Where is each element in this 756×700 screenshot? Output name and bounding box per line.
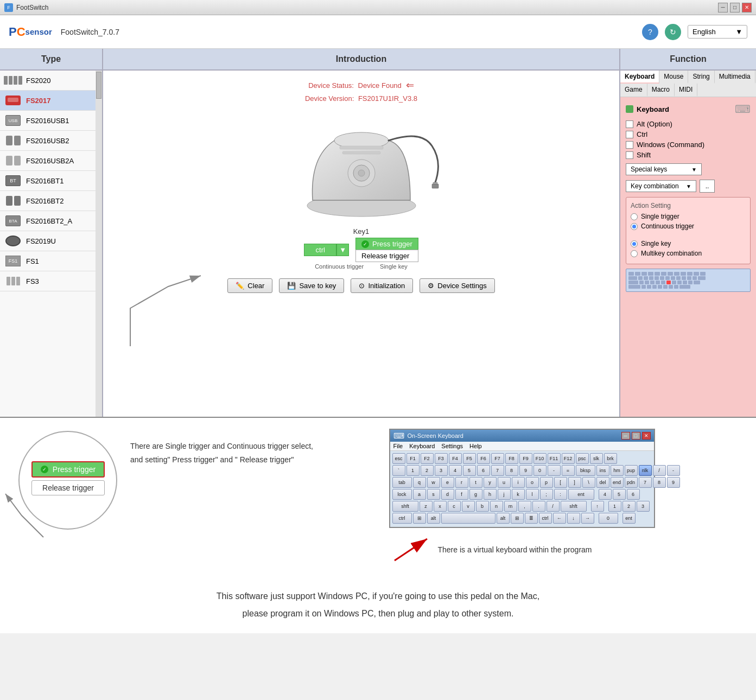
single-trigger-radio[interactable] [631,213,638,220]
osk-key-win2[interactable]: ⊞ [511,513,524,524]
osk-key-num6[interactable]: 6 [627,489,640,500]
osk-key-esc[interactable]: esc [392,453,405,464]
osk-key-9[interactable]: 9 [519,465,532,476]
initialization-button[interactable]: ⊙ Initialization [351,278,413,293]
osk-key-comma[interactable]: , [518,501,531,512]
osk-key-f10[interactable]: F10 [533,453,547,464]
sidebar-item-fs2019u[interactable]: FS2019U [0,231,102,251]
continuous-trigger-radio[interactable] [631,223,638,230]
osk-key-f[interactable]: f [455,489,468,500]
osk-key-t[interactable]: t [469,477,482,488]
tab-game[interactable]: Game [620,84,647,97]
osk-key-numminus[interactable]: - [667,465,680,476]
osk-key-num9[interactable]: 9 [667,477,680,488]
osk-key-f8[interactable]: F8 [505,453,518,464]
osk-maximize-button[interactable]: □ [632,432,640,440]
tab-keyboard[interactable]: Keyboard [620,71,659,84]
osk-key-v[interactable]: v [462,501,475,512]
osk-key-0[interactable]: 0 [533,465,547,476]
osk-key-ins[interactable]: ins [596,465,609,476]
sidebar-scrollbar[interactable] [96,71,102,417]
osk-key-quote[interactable]: : [554,489,567,500]
maximize-button[interactable]: □ [730,3,740,12]
osk-key-l[interactable]: l [526,489,539,500]
osk-key-h[interactable]: h [484,489,497,500]
sidebar-item-fs1[interactable]: FS1 FS1 [0,251,102,271]
osk-key-d[interactable]: d [441,489,454,500]
osk-key-num1[interactable]: 1 [608,501,621,512]
osk-key-e[interactable]: e [441,477,454,488]
shift-checkbox[interactable] [626,151,633,159]
osk-close-button[interactable]: ✕ [642,432,651,440]
osk-key-3[interactable]: 3 [435,465,448,476]
osk-key-num3[interactable]: 3 [637,501,650,512]
osk-key-brk[interactable]: brk [604,453,617,464]
special-keys-dropdown[interactable]: Special keys ▼ [626,163,702,175]
osk-key-num7[interactable]: 7 [639,477,652,488]
sidebar-item-fs2016bt1[interactable]: BT FS2016BT1 [0,171,102,191]
osk-key-f3[interactable]: F3 [435,453,448,464]
sidebar-item-fs2016usb1[interactable]: USB FS2016USB1 [0,111,102,131]
sidebar-item-fs2016usb2[interactable]: FS2016USB2 [0,131,102,151]
sidebar-item-fs2017[interactable]: FS2017 [0,91,102,111]
osk-key-g[interactable]: g [469,489,482,500]
osk-key-2[interactable]: 2 [421,465,434,476]
save-to-key-button[interactable]: 💾 Save to key [279,278,344,293]
osk-key-uparrow[interactable]: ↑ [591,501,604,512]
osk-key-period[interactable]: . [532,501,545,512]
osk-key-ent[interactable]: ent [568,489,594,500]
osk-key-backtick[interactable]: ` [392,465,405,476]
osk-key-bksp[interactable]: bksp [576,465,595,476]
osk-key-nlk[interactable]: nlk [639,465,652,476]
osk-key-f5[interactable]: F5 [463,453,476,464]
sidebar-item-fs2020[interactable]: FS2020 [0,71,102,91]
osk-key-r[interactable]: r [455,477,468,488]
tab-mouse[interactable]: Mouse [659,71,688,84]
key-dropdown-button[interactable]: ▼ [336,244,349,256]
tab-macro[interactable]: Macro [647,84,675,97]
osk-menu-help[interactable]: Help [469,443,482,449]
multikey-radio[interactable] [631,250,638,257]
sidebar-item-fs2016bt2[interactable]: FS2016BT2 [0,191,102,211]
osk-key-j[interactable]: j [498,489,511,500]
osk-key-end[interactable]: end [611,477,624,488]
osk-key-f12[interactable]: F12 [562,453,575,464]
osk-key-f7[interactable]: F7 [491,453,504,464]
osk-key-lctrl[interactable]: ctrl [392,513,412,524]
osk-key-num8[interactable]: 8 [653,477,666,488]
tab-multimedia[interactable]: Multimedia [715,71,755,84]
tab-midi[interactable]: MIDI [675,84,697,97]
osk-key-7[interactable]: 7 [491,465,504,476]
window-controls[interactable]: ─ □ ✕ [718,3,752,12]
osk-key-num2[interactable]: 2 [622,501,636,512]
osk-menu-settings[interactable]: Settings [441,443,463,449]
osk-menu-file[interactable]: File [393,443,403,449]
osk-key-f9[interactable]: F9 [519,453,532,464]
sidebar-item-fs2016usb2a[interactable]: FS2016USB2A [0,151,102,171]
osk-key-downarrow[interactable]: ↓ [567,513,580,524]
close-button[interactable]: ✕ [742,3,752,12]
osk-key-numenter[interactable]: ent [622,513,636,524]
osk-key-o[interactable]: o [526,477,539,488]
osk-key-4[interactable]: 4 [449,465,462,476]
osk-key-menu[interactable]: ≣ [525,513,538,524]
key-value[interactable]: ctrl [304,244,336,256]
osk-key-q[interactable]: q [413,477,426,488]
osk-key-semicolon[interactable]: ; [540,489,553,500]
osk-key-rctrl[interactable]: ctrl [539,513,552,524]
osk-key-slk[interactable]: slk [590,453,603,464]
osk-key-k[interactable]: k [512,489,525,500]
osk-minimize-button[interactable]: ─ [621,432,630,440]
osk-key-c[interactable]: c [448,501,461,512]
osk-key-rightarrow[interactable]: → [581,513,594,524]
sidebar-item-fs3[interactable]: FS3 [0,271,102,291]
osk-key-num5[interactable]: 5 [613,489,626,500]
osk-key-ralt[interactable]: alt [497,513,510,524]
osk-key-pdn[interactable]: pdn [625,477,638,488]
osk-key-z[interactable]: z [420,501,433,512]
osk-key-pup[interactable]: pup [625,465,638,476]
osk-key-lock[interactable]: lock [392,489,412,500]
osk-key-n[interactable]: n [490,501,503,512]
osk-key-f11[interactable]: F11 [548,453,561,464]
osk-key-numslash[interactable]: / [653,465,666,476]
